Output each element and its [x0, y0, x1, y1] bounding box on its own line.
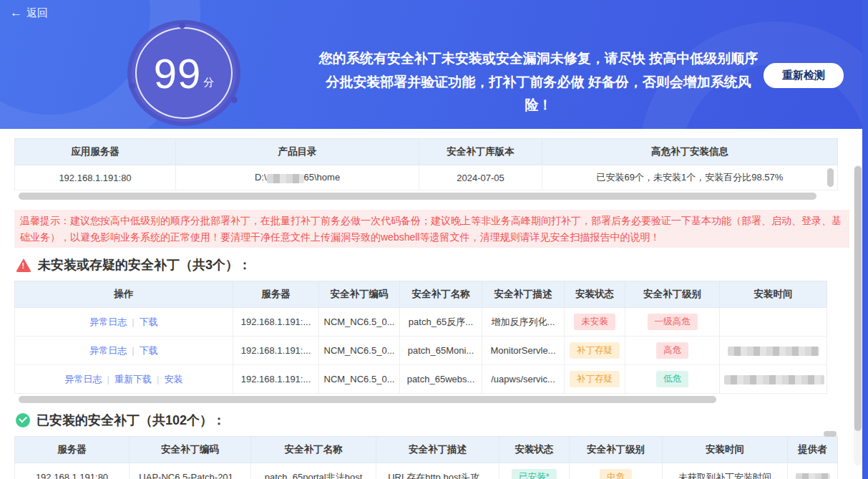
level-cell: 低危	[625, 365, 720, 394]
pending-table: 操作 服务器 安全补丁编码 安全补丁名称 安全补丁描述 安装状态 安全补丁级别 …	[14, 281, 827, 394]
tip-notice: 温馨提示：建议您按高中低级别的顺序分批部署补丁，在批量打补丁前务必做一次代码备份…	[14, 210, 849, 248]
pending-section-title: 未安装或存疑的安全补丁（共3个）：	[38, 256, 251, 274]
server-cell: 192.168.1.191:80	[15, 463, 130, 479]
col-header: 安装时间	[663, 437, 788, 463]
status-badge: 已安装*	[512, 469, 556, 479]
install-time-cell	[720, 308, 827, 337]
horizontal-scrollbar[interactable]	[19, 193, 816, 200]
app-server-cell: 192.168.1.191:80	[15, 165, 176, 190]
patch-code-cell: UAP-NC6.5-Patch-201...	[130, 463, 251, 479]
patch-desc-cell: URL存在http host头攻...	[376, 463, 499, 479]
level-badge: 低危	[656, 371, 688, 387]
level-badge: 高危	[656, 342, 688, 359]
patch-report-page: ← 返回 99 分 您的系统有安全补丁未安装或安全漏洞未修复，请尽快 按高中低级…	[0, 0, 868, 479]
table-scrollbar-thumb[interactable]	[824, 431, 837, 437]
level-cell: 中危	[570, 463, 663, 479]
patch-lib-version-cell: 2024-07-05	[419, 165, 542, 190]
patch-code-cell: NCM_NC6.5_0...	[319, 365, 400, 394]
col-header: 安装状态	[565, 281, 625, 308]
col-header: 服务器	[233, 281, 319, 308]
horizontal-scrollbar[interactable]	[19, 396, 716, 403]
col-header: 安全补丁编码	[130, 437, 251, 463]
installed-table: 服务器 安全补丁编码 安全补丁名称 安全补丁描述 安装状态 安全补丁级别 安装时…	[14, 436, 838, 479]
col-header: 安装时间	[720, 281, 827, 308]
col-header: 安全补丁编码	[319, 281, 400, 308]
level-badge: 一级高危	[648, 314, 698, 330]
recheck-button[interactable]: 重新检测	[764, 63, 844, 88]
status-badge: 补丁存疑	[570, 342, 620, 359]
level-cell: 高危	[625, 337, 720, 365]
col-header: 产品目录	[176, 139, 419, 165]
score-value: 99 分	[127, 20, 240, 126]
actions-cell: 异常日志|下载	[15, 337, 233, 365]
page-edge-decor	[862, 0, 868, 479]
patch-name-cell: patch_65webs...	[400, 365, 482, 394]
redacted-value	[267, 174, 304, 183]
score-circle: 99 分	[127, 20, 240, 126]
status-cell: 已安装*	[499, 463, 570, 479]
table-row: 异常日志|下载 192.168.1.191:... NCM_NC6.5_0...…	[15, 337, 827, 365]
col-header: 高危补丁安装信息	[542, 139, 838, 165]
col-header: 应用服务器	[15, 139, 176, 165]
col-header: 安全补丁级别	[570, 437, 663, 463]
status-cell: 补丁存疑	[565, 365, 625, 394]
installed-section-header: 已安装的安全补丁（共102个）：	[16, 412, 849, 429]
page-scrollbar-thumb[interactable]	[854, 166, 862, 431]
redownload-link[interactable]: 重新下载	[114, 374, 152, 384]
error-log-link[interactable]: 异常日志	[65, 374, 102, 384]
col-header: 安全补丁描述	[376, 437, 499, 463]
status-badge: 未安装	[574, 314, 615, 330]
high-risk-info-cell: 已安装69个，未安装1个，安装百分比98.57%	[542, 165, 838, 190]
score-gauge: 99 分	[127, 20, 240, 126]
patch-code-cell: NCM_NC6.5_0...	[319, 308, 400, 337]
error-log-link[interactable]: 异常日志	[89, 316, 127, 327]
col-header: 操作	[15, 281, 233, 308]
table-row: 异常日志|下载 192.168.1.191:... NCM_NC6.5_0...…	[15, 308, 827, 337]
status-cell: 未安装	[565, 308, 625, 337]
patch-desc-cell: /uapws/servic...	[482, 365, 565, 394]
pending-section-header: 未安装或存疑的安全补丁（共3个）：	[16, 256, 849, 274]
level-badge: 中危	[600, 469, 632, 479]
download-link[interactable]: 下载	[140, 345, 158, 356]
server-cell: 192.168.1.191:...	[233, 365, 319, 394]
summary-row: 192.168.1.191:80 D:\65\home 2024-07-05 已…	[15, 165, 838, 190]
provider-cell	[788, 463, 838, 479]
col-header: 安全补丁库版本	[419, 139, 542, 165]
redacted-value	[728, 347, 819, 356]
patch-name-cell: patch_65Moni...	[400, 337, 482, 365]
table-scrollbar-thumb[interactable]	[827, 168, 834, 187]
table-row: 异常日志|重新下载|安装 192.168.1.191:... NCM_NC6.5…	[15, 365, 827, 394]
download-link[interactable]: 下载	[140, 316, 158, 327]
error-log-link[interactable]: 异常日志	[89, 345, 127, 356]
install-link[interactable]: 安装	[164, 374, 182, 384]
server-cell: 192.168.1.191:...	[233, 337, 319, 365]
install-time-cell: 未获取到补丁安装时间	[663, 463, 788, 479]
back-arrow-icon: ←	[10, 6, 22, 20]
col-header: 安全补丁级别	[625, 281, 720, 308]
install-time-cell	[720, 337, 827, 365]
server-cell: 192.168.1.191:...	[233, 308, 319, 337]
back-button[interactable]: ← 返回	[10, 6, 48, 20]
col-header: 安全补丁名称	[251, 437, 376, 463]
table-row: 192.168.1.191:80 UAP-NC6.5-Patch-201... …	[15, 463, 838, 479]
patch-code-cell: NCM_NC6.5_0...	[319, 337, 400, 365]
product-dir-cell: D:\65\home	[176, 165, 419, 190]
redacted-value	[796, 473, 830, 479]
col-header: 服务器	[15, 437, 130, 463]
col-header: 安全补丁名称	[400, 281, 482, 308]
redacted-value	[724, 375, 824, 384]
col-header: 安装状态	[499, 437, 570, 463]
patch-name-cell: patch_65portal非法host	[251, 463, 376, 479]
install-time-cell	[720, 365, 827, 394]
level-cell: 一级高危	[625, 308, 720, 337]
hero-banner: ← 返回 99 分 您的系统有安全补丁未安装或安全漏洞未修复，请尽快 按高中低级…	[0, 0, 868, 129]
col-header: 安全补丁描述	[482, 281, 565, 308]
risk-message: 您的系统有安全补丁未安装或安全漏洞未修复，请尽快 按高中低级别顺序分批安装部署并…	[315, 47, 762, 117]
actions-cell: 异常日志|下载	[15, 308, 233, 337]
status-badge: 补丁存疑	[570, 371, 620, 387]
patch-desc-cell: 增加反序列化...	[482, 308, 565, 337]
patch-name-cell: patch_65反序...	[400, 308, 482, 337]
content-area: 应用服务器 产品目录 安全补丁库版本 高危补丁安装信息 192.168.1.19…	[0, 129, 862, 479]
back-label: 返回	[26, 6, 48, 20]
patch-desc-cell: MonitorServle...	[482, 337, 565, 365]
